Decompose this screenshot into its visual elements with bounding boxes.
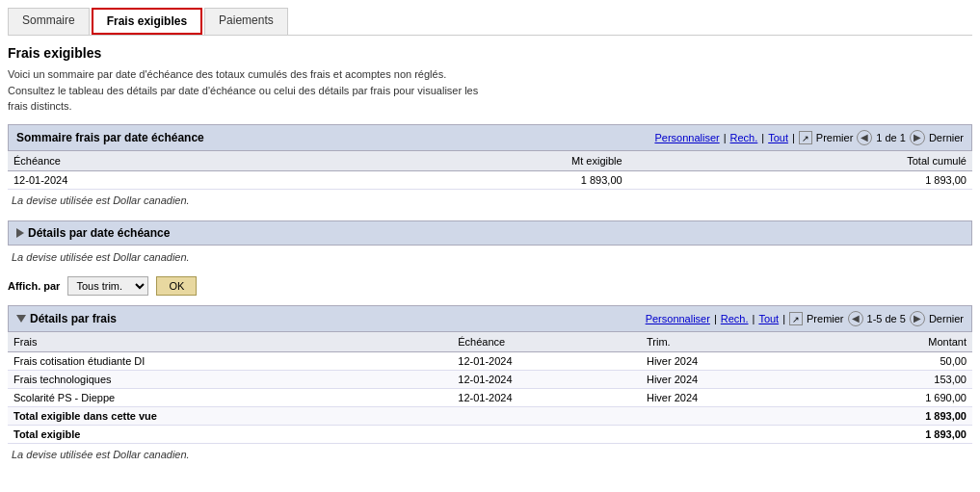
rech-link-details[interactable]: Rech. xyxy=(721,313,749,324)
trim-cell-d0: Hiver 2024 xyxy=(641,351,821,370)
tab-frais-exigibles[interactable]: Frais exigibles xyxy=(92,8,202,35)
echeance-cell-d3 xyxy=(452,406,641,425)
filter-row: Affich. par Tous trim. Hiver 2024 OK xyxy=(8,276,972,296)
ok-button[interactable]: OK xyxy=(156,276,197,296)
next-btn-details[interactable]: ▶ xyxy=(910,311,925,326)
prev-btn-sommaire[interactable]: ◀ xyxy=(857,130,872,145)
table-row: Frais technologiques 12-01-2024 Hiver 20… xyxy=(8,370,972,388)
echeance-cell-d4 xyxy=(452,425,641,443)
currency-note-details-echeance: La devise utilisée est Dollar canadien. xyxy=(8,246,972,269)
col-mt-exigible-sommaire: Mt exigible xyxy=(327,151,628,171)
col-echeance-details: Échéance xyxy=(452,332,641,352)
echeance-cell-d1: 12-01-2024 xyxy=(452,370,641,388)
montant-cell-d2: 1 690,00 xyxy=(821,388,972,406)
currency-note-details-frais: La devise utilisée est Dollar canadien. xyxy=(8,444,972,465)
details-frais-header: Détails par frais Personnaliser | Rech. … xyxy=(8,305,972,332)
echeance-cell-d2: 12-01-2024 xyxy=(452,388,641,406)
currency-note-sommaire: La devise utilisée est Dollar canadien. xyxy=(8,190,972,211)
dernier-label-sommaire: Dernier xyxy=(929,132,964,143)
trim-cell-d4 xyxy=(641,425,821,443)
details-frais-controls: Personnaliser | Rech. | Tout | ↗ Premier… xyxy=(646,311,964,326)
table-row-total-exigible: Total exigible 1 893,00 xyxy=(8,425,972,443)
echeance-cell-d0: 12-01-2024 xyxy=(452,351,641,370)
frais-cell: Total exigible dans cette vue xyxy=(8,406,452,425)
trim-cell-d2: Hiver 2024 xyxy=(641,388,821,406)
page-title: Frais exigibles xyxy=(8,45,972,61)
mt-exigible-cell: 1 893,00 xyxy=(327,170,628,189)
montant-cell-d3: 1 893,00 xyxy=(821,406,972,425)
filter-label: Affich. par xyxy=(8,280,60,292)
montant-cell-d4: 1 893,00 xyxy=(821,425,972,443)
rech-link-sommaire[interactable]: Rech. xyxy=(730,132,758,143)
page-info-sommaire: 1 de 1 xyxy=(876,132,906,143)
sommaire-table: Échéance Mt exigible Total cumulé 12-01-… xyxy=(8,151,972,190)
details-frais-title: Détails par frais xyxy=(30,312,117,325)
frais-cell: Frais cotisation étudiante DI xyxy=(8,351,452,370)
sommaire-controls: Personnaliser | Rech. | Tout | ↗ Premier… xyxy=(654,130,964,145)
montant-cell-d0: 50,00 xyxy=(821,351,972,370)
prev-btn-details[interactable]: ◀ xyxy=(848,311,863,326)
tout-link-sommaire[interactable]: Tout xyxy=(768,132,788,143)
affich-par-select[interactable]: Tous trim. Hiver 2024 xyxy=(67,276,148,296)
triangle-down-icon xyxy=(16,315,26,323)
dernier-label-details: Dernier xyxy=(929,313,964,324)
details-frais-section: Détails par frais Personnaliser | Rech. … xyxy=(8,305,972,465)
sommaire-title: Sommaire frais par date échéance xyxy=(16,131,204,144)
table-row: Frais cotisation étudiante DI 12-01-2024… xyxy=(8,351,972,370)
description: Voici un sommaire par date d'échéance de… xyxy=(8,66,972,115)
trim-cell-d1: Hiver 2024 xyxy=(641,370,821,388)
frais-cell: Frais technologiques xyxy=(8,370,452,388)
table-row-total-vue: Total exigible dans cette vue 1 893,00 xyxy=(8,406,972,425)
col-frais: Frais xyxy=(8,332,452,352)
tabs-bar: Sommaire Frais exigibles Paiements xyxy=(8,8,972,36)
frais-cell: Scolarité PS - Dieppe xyxy=(8,388,452,406)
personnaliser-link-sommaire[interactable]: Personnaliser xyxy=(654,132,719,143)
col-trim: Trim. xyxy=(641,332,821,352)
export-icon-details[interactable]: ↗ xyxy=(789,312,803,325)
echeance-cell: 12-01-2024 xyxy=(8,170,327,189)
details-echeance-section: Détails par date échéance xyxy=(8,220,972,246)
trim-cell-d3 xyxy=(641,406,821,425)
page-container: Sommaire Frais exigibles Paiements Frais… xyxy=(0,0,980,492)
table-row: Scolarité PS - Dieppe 12-01-2024 Hiver 2… xyxy=(8,388,972,406)
premier-label-details: Premier xyxy=(807,313,844,324)
details-echeance-title: Détails par date échéance xyxy=(28,226,170,240)
export-icon-sommaire[interactable]: ↗ xyxy=(799,131,812,144)
premier-label-sommaire: Premier xyxy=(816,132,854,143)
sommaire-section: Sommaire frais par date échéance Personn… xyxy=(8,124,972,211)
total-cumule-cell: 1 893,00 xyxy=(628,170,972,189)
col-montant: Montant xyxy=(821,332,972,352)
page-info-details: 1-5 de 5 xyxy=(867,313,906,324)
personnaliser-link-details[interactable]: Personnaliser xyxy=(646,313,710,324)
sommaire-header: Sommaire frais par date échéance Personn… xyxy=(8,124,972,151)
montant-cell-d1: 153,00 xyxy=(821,370,972,388)
details-frais-header-left: Détails par frais xyxy=(16,312,117,325)
details-echeance-header[interactable]: Détails par date échéance xyxy=(9,221,971,245)
triangle-right-icon xyxy=(16,228,24,238)
details-frais-table: Frais Échéance Trim. Montant Frais cotis… xyxy=(8,332,972,444)
tab-sommaire[interactable]: Sommaire xyxy=(8,8,90,35)
col-total-cumule-sommaire: Total cumulé xyxy=(628,151,972,171)
tout-link-details[interactable]: Tout xyxy=(758,313,779,324)
frais-cell: Total exigible xyxy=(8,425,452,443)
table-row: 12-01-2024 1 893,00 1 893,00 xyxy=(8,170,972,189)
tab-paiements[interactable]: Paiements xyxy=(204,8,288,35)
next-btn-sommaire[interactable]: ▶ xyxy=(910,130,925,145)
col-echeance-sommaire: Échéance xyxy=(8,151,327,171)
